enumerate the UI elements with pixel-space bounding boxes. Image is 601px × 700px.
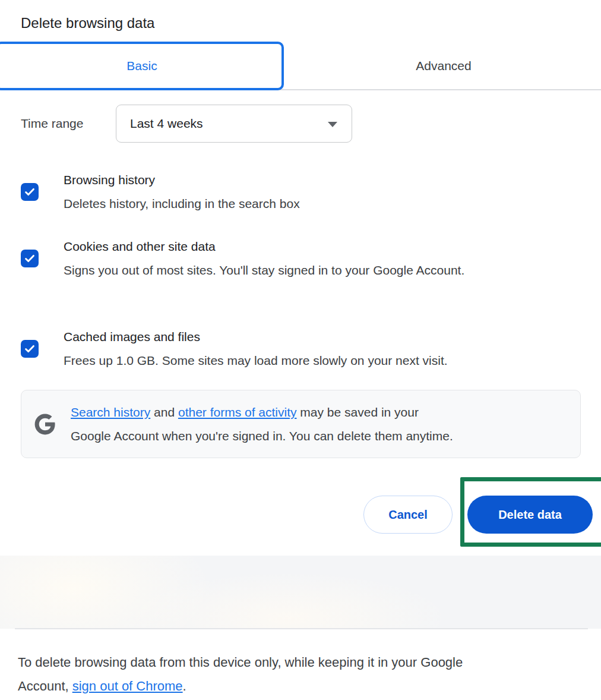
time-range-label: Time range (21, 116, 116, 131)
notice-line1-tail: may be saved in your (297, 405, 419, 419)
footer-divider (15, 628, 588, 629)
checkbox-row-cached-images: Cached images and files Frees up 1.0 GB.… (21, 325, 581, 373)
checkmark-icon (23, 252, 36, 265)
other-forms-of-activity-link[interactable]: other forms of activity (178, 405, 297, 419)
checkmark-icon (23, 342, 36, 355)
delete-button-wrap: Delete data (467, 496, 593, 534)
notice-text: Search history and other forms of activi… (71, 401, 453, 448)
page-background-strip (0, 556, 601, 629)
sign-out-of-chrome-link[interactable]: sign out of Chrome (72, 679, 183, 693)
cookies-checkbox[interactable] (21, 250, 39, 267)
checkbox-text: Cached images and files Frees up 1.0 GB.… (64, 325, 448, 373)
google-account-notice: Search history and other forms of activi… (21, 390, 581, 458)
delete-data-button[interactable]: Delete data (467, 496, 593, 534)
checkbox-description: Frees up 1.0 GB. Some sites may load mor… (64, 349, 448, 373)
tab-advanced[interactable]: Advanced (286, 42, 601, 90)
checkbox-row-browsing-history: Browsing history Deletes history, includ… (21, 168, 581, 216)
dialog-title: Delete browsing data (21, 15, 154, 31)
footer-note: To delete browsing data from this device… (18, 651, 589, 698)
tab-strip: Basic Advanced (0, 42, 601, 90)
search-history-link[interactable]: Search history (71, 405, 150, 419)
time-range-select[interactable]: Last 4 weeks (116, 105, 352, 143)
dialog-actions: Cancel Delete data (363, 496, 593, 534)
time-range-selected-value: Last 4 weeks (130, 116, 203, 131)
checkbox-row-cookies: Cookies and other site data Signs you ou… (21, 235, 581, 282)
time-range-row: Time range Last 4 weeks (21, 105, 352, 143)
delete-browsing-data-dialog: { "colors": { "accent_blue": "#1a73e8", … (0, 0, 601, 700)
chevron-down-icon (328, 122, 337, 127)
checkbox-label: Cached images and files (64, 325, 448, 349)
checkbox-label: Browsing history (64, 168, 300, 192)
checkbox-description: Deletes history, including in the search… (64, 192, 300, 216)
checkmark-icon (23, 185, 36, 198)
notice-line2: Google Account when you're signed in. Yo… (71, 429, 453, 443)
checkbox-text: Browsing history Deletes history, includ… (64, 168, 300, 216)
browsing-history-checkbox[interactable] (21, 183, 39, 201)
footer-line2-suffix: . (183, 679, 186, 693)
checkbox-text: Cookies and other site data Signs you ou… (64, 235, 464, 282)
tab-basic[interactable]: Basic (0, 42, 284, 90)
footer-line2-prefix: Account, (18, 679, 72, 693)
cancel-button[interactable]: Cancel (363, 496, 453, 534)
checkbox-label: Cookies and other site data (64, 235, 464, 258)
cached-images-checkbox[interactable] (21, 340, 39, 358)
google-g-icon (34, 413, 56, 436)
checkbox-description: Signs you out of most sites. You'll stay… (64, 258, 464, 282)
footer-line1: To delete browsing data from this device… (18, 655, 463, 670)
notice-separator: and (150, 405, 178, 419)
